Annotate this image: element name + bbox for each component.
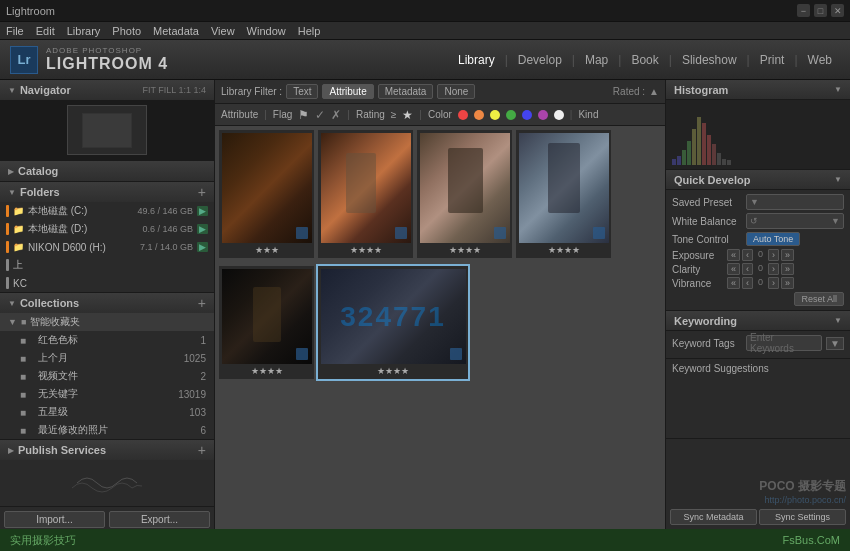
menu-metadata[interactable]: Metadata — [153, 25, 199, 37]
folder-item[interactable]: 📁 本地磁盘 (C:) 49.6 / 146 GB ▶ — [0, 202, 214, 220]
reset-all-button[interactable]: Reset All — [794, 292, 844, 306]
color-purple[interactable] — [538, 110, 548, 120]
catalog-header[interactable]: ▶ Catalog — [0, 161, 214, 181]
photo-cell[interactable]: 324771 ★★★★ — [318, 266, 468, 379]
filter-bar: Library Filter : Text Attribute Metadata… — [215, 80, 665, 104]
module-print[interactable]: Print — [752, 53, 793, 67]
color-orange[interactable] — [474, 110, 484, 120]
maximize-button[interactable]: □ — [814, 4, 827, 17]
collection-item[interactable]: ■ 上个月 1025 — [0, 349, 214, 367]
sync-settings-button[interactable]: Sync Settings — [759, 509, 846, 525]
import-button[interactable]: Import... — [4, 511, 105, 528]
auto-tone-button[interactable]: Auto Tone — [746, 232, 800, 246]
photo-cell[interactable]: ★★★★ — [516, 130, 611, 258]
export-button[interactable]: Export... — [109, 511, 210, 528]
color-white[interactable] — [554, 110, 564, 120]
exposure-dec[interactable]: ‹ — [742, 249, 753, 261]
flag-rejected-icon[interactable]: ✗ — [331, 108, 341, 122]
close-button[interactable]: ✕ — [831, 4, 844, 17]
histogram-header[interactable]: Histogram ▼ — [666, 80, 850, 100]
flag-picked-icon[interactable]: ✓ — [315, 108, 325, 122]
filter-tab-none[interactable]: None — [437, 84, 475, 99]
filter-collapse[interactable]: ▲ — [649, 86, 659, 97]
color-green[interactable] — [506, 110, 516, 120]
module-map[interactable]: Map — [577, 53, 616, 67]
navigator-header[interactable]: ▼ Navigator FIT FILL 1:1 1:4 — [0, 80, 214, 100]
clarity-inc-large[interactable]: » — [781, 263, 794, 275]
flag-label: Flag — [273, 109, 292, 120]
publish-decoration — [0, 460, 214, 506]
folder-item[interactable]: 上 — [0, 256, 214, 274]
collection-item[interactable]: ■ 五星级 103 — [0, 403, 214, 421]
white-balance-row: White Balance ↺ ▼ — [672, 213, 844, 229]
photo-cell[interactable]: ★★★★ — [417, 130, 512, 258]
photo-cell[interactable]: ★★★★ — [219, 266, 314, 379]
module-library[interactable]: Library — [450, 53, 503, 67]
keyword-settings-button[interactable]: ▼ — [826, 337, 844, 350]
filter-tab-metadata[interactable]: Metadata — [378, 84, 434, 99]
collection-item[interactable]: ■ 无关键字 13019 — [0, 385, 214, 403]
clarity-inc[interactable]: › — [768, 263, 779, 275]
exposure-inc[interactable]: › — [768, 249, 779, 261]
vibrance-dec-large[interactable]: « — [727, 277, 740, 289]
keywording-header[interactable]: Keywording ▼ — [666, 311, 850, 331]
module-web[interactable]: Web — [800, 53, 840, 67]
photo-stars: ★★★ — [255, 245, 279, 255]
keyword-suggestions-label: Keyword Suggestions — [672, 363, 769, 374]
navigator-preview — [0, 100, 214, 160]
folder-item[interactable]: 📁 NIKON D600 (H:) 7.1 / 14.0 GB ▶ — [0, 238, 214, 256]
menu-window[interactable]: Window — [247, 25, 286, 37]
module-book[interactable]: Book — [623, 53, 666, 67]
flag-all-icon[interactable]: ⚑ — [298, 108, 309, 122]
publish-services-header[interactable]: ▶ Publish Services + — [0, 440, 214, 460]
collections-label: Collections — [20, 297, 79, 309]
rated-label: Rated : — [613, 86, 645, 97]
vibrance-inc-large[interactable]: » — [781, 277, 794, 289]
menu-help[interactable]: Help — [298, 25, 321, 37]
folder-item[interactable]: 📁 本地磁盘 (D:) 0.6 / 146 GB ▶ — [0, 220, 214, 238]
exposure-inc-large[interactable]: » — [781, 249, 794, 261]
module-slideshow[interactable]: Slideshow — [674, 53, 745, 67]
clarity-dec-large[interactable]: « — [727, 263, 740, 275]
add-collection-button[interactable]: + — [198, 295, 206, 311]
keyword-tags-input[interactable]: Enter Keywords — [746, 335, 822, 351]
clarity-dec[interactable]: ‹ — [742, 263, 753, 275]
menu-file[interactable]: File — [6, 25, 24, 37]
color-yellow[interactable] — [490, 110, 500, 120]
add-folder-button[interactable]: + — [198, 184, 206, 200]
module-develop[interactable]: Develop — [510, 53, 570, 67]
menu-view[interactable]: View — [211, 25, 235, 37]
add-publish-service-button[interactable]: + — [198, 442, 206, 458]
menu-library[interactable]: Library — [67, 25, 101, 37]
adobe-label: ADOBE PHOTOSHOP — [46, 46, 168, 55]
photo-cell[interactable]: ★★★★ — [318, 130, 413, 258]
exposure-dec-large[interactable]: « — [727, 249, 740, 261]
menu-photo[interactable]: Photo — [112, 25, 141, 37]
keyword-suggestions-section: Keyword Suggestions — [666, 359, 850, 439]
collections-header[interactable]: ▼ Collections + — [0, 293, 214, 313]
collection-item[interactable]: ■ 最近修改的照片 6 — [0, 421, 214, 439]
rating-stars[interactable]: ★ — [402, 108, 413, 122]
left-panel-buttons: Import... Export... — [0, 507, 214, 529]
vibrance-inc[interactable]: › — [768, 277, 779, 289]
saved-preset-control[interactable]: ▼ — [746, 194, 844, 210]
quick-develop-header[interactable]: Quick Develop ▼ — [666, 170, 850, 190]
menu-edit[interactable]: Edit — [36, 25, 55, 37]
filter-tab-text[interactable]: Text — [286, 84, 318, 99]
minimize-button[interactable]: − — [797, 4, 810, 17]
collection-item[interactable]: ■ 视频文件 2 — [0, 367, 214, 385]
navigator-hint: FIT FILL 1:1 1:4 — [142, 85, 206, 95]
folder-item[interactable]: KC — [0, 274, 214, 292]
clarity-controls: « ‹ 0 › » — [727, 263, 794, 275]
photo-cell[interactable]: ★★★ — [219, 130, 314, 258]
color-blue[interactable] — [522, 110, 532, 120]
white-balance-control[interactable]: ↺ ▼ — [746, 213, 844, 229]
color-red[interactable] — [458, 110, 468, 120]
sync-metadata-button[interactable]: Sync Metadata — [670, 509, 757, 525]
folders-header[interactable]: ▼ Folders + — [0, 182, 214, 202]
collection-item[interactable]: ■ 红色色标 1 — [0, 331, 214, 349]
logo-area: Lr ADOBE PHOTOSHOP LIGHTROOM 4 — [10, 46, 168, 74]
vibrance-dec[interactable]: ‹ — [742, 277, 753, 289]
filter-tab-attribute[interactable]: Attribute — [322, 84, 373, 99]
folders-section: ▼ Folders + 📁 本地磁盘 (C:) 49.6 / 146 GB ▶ … — [0, 182, 214, 293]
